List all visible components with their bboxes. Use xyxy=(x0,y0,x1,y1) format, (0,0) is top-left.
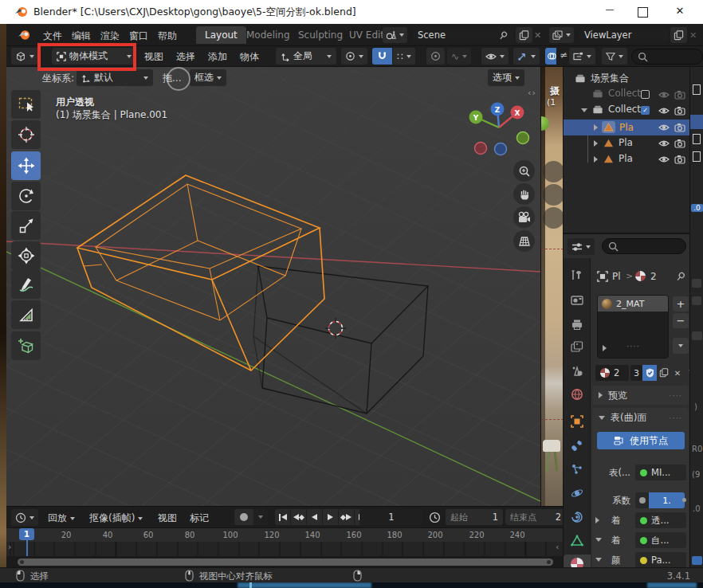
outliner-row-object-active[interactable]: Pla xyxy=(602,121,634,133)
navigation-gizmo[interactable]: Y Z X xyxy=(453,96,540,167)
tab-particles[interactable] xyxy=(571,463,583,476)
region-collapse-icon[interactable]: ‹› xyxy=(528,88,536,98)
transform-orientation-dropdown[interactable]: 全局 xyxy=(276,48,336,65)
scrollbar-thumb[interactable] xyxy=(18,559,553,566)
view-layer-new-button[interactable] xyxy=(670,27,687,43)
menu-select[interactable]: 选择 xyxy=(176,50,195,64)
collection-checkbox-checked[interactable]: ✓ xyxy=(641,106,650,115)
slot-specials-button[interactable] xyxy=(673,338,689,354)
strip-zoom-button[interactable] xyxy=(543,161,563,182)
slot-list-grip[interactable]: ···· xyxy=(626,342,640,351)
shader1-dropdown[interactable]: 透... xyxy=(635,512,686,528)
playhead-line[interactable] xyxy=(26,539,28,558)
panel-grip[interactable]: ···· xyxy=(669,414,682,422)
outliner-filter-dropdown[interactable] xyxy=(602,48,627,65)
fake-user-button[interactable] xyxy=(642,365,657,381)
timeline-lanes[interactable] xyxy=(6,542,563,556)
camera-view-button[interactable] xyxy=(513,206,535,228)
menu-object[interactable]: 物体 xyxy=(240,50,259,64)
use-preview-range-button[interactable] xyxy=(429,512,441,523)
blender-menu-icon[interactable] xyxy=(18,29,31,41)
cursor-tool[interactable] xyxy=(11,120,41,149)
outliner-row-collection-disabled[interactable]: Collect xyxy=(592,88,641,99)
scene-type-button[interactable] xyxy=(383,27,407,43)
tab-modifiers[interactable] xyxy=(571,439,583,452)
factor-value-slider[interactable]: 1. xyxy=(649,492,685,508)
minimize-button[interactable]: — xyxy=(596,4,623,14)
hide-eye-icon[interactable] xyxy=(658,155,670,164)
viewport-camera-strip[interactable]: 摄 (1 xyxy=(540,67,563,506)
scene-unlink-button[interactable]: ✕ xyxy=(534,30,541,41)
region-arrow-left[interactable]: › xyxy=(8,542,11,552)
scrollbar-end-dot[interactable] xyxy=(20,560,24,564)
outliner-row-scene-collection[interactable]: 场景集合 xyxy=(575,72,629,85)
material-browse-button[interactable]: 2 xyxy=(595,365,629,381)
slot-add-button[interactable]: + xyxy=(673,296,689,312)
disclosure-closed-icon[interactable] xyxy=(594,140,598,147)
menu-window[interactable]: 窗口 xyxy=(129,29,148,43)
menu-timeline-view[interactable]: 视图 xyxy=(158,512,177,525)
hide-eye-icon[interactable] xyxy=(658,106,670,116)
record-button[interactable] xyxy=(234,509,253,525)
pan-hand-button[interactable] xyxy=(513,183,535,205)
slot-list-expand-icon[interactable] xyxy=(603,345,607,351)
hide-eye-icon[interactable] xyxy=(658,123,670,132)
outliner-row-object[interactable]: Pla xyxy=(603,137,633,148)
overlays-toggle-button[interactable] xyxy=(545,48,556,65)
zoom-button[interactable] xyxy=(513,160,535,182)
current-frame-field[interactable]: 1 xyxy=(359,509,423,525)
animate-dot-icon[interactable] xyxy=(682,498,686,502)
add-cube-tool[interactable] xyxy=(11,331,41,360)
surface-shader-dropdown[interactable]: MI... xyxy=(635,465,686,480)
outliner-row-object[interactable]: Pla xyxy=(603,153,633,164)
row-expanded-icon[interactable] xyxy=(595,558,602,562)
render-camera-icon[interactable] xyxy=(674,105,685,116)
tab-uv-edit[interactable]: UV Edit xyxy=(349,29,384,41)
tab-physics[interactable] xyxy=(571,487,583,500)
tab-view-layer[interactable] xyxy=(571,341,583,352)
tab-constraints[interactable] xyxy=(571,511,583,523)
close-button[interactable]: ✕ xyxy=(666,5,693,17)
timeline-ruler[interactable]: 20 40 60 80 100 120 140 160 180 200 220 … xyxy=(6,527,563,542)
maximize-button[interactable] xyxy=(638,7,648,18)
outliner-row-collection[interactable]: Collect xyxy=(592,104,641,115)
collection-checkbox-unchecked[interactable] xyxy=(641,90,650,99)
jump-to-start-button[interactable] xyxy=(275,509,290,525)
render-camera-icon[interactable] xyxy=(674,138,685,149)
pin-icon[interactable] xyxy=(673,269,689,284)
ortho-grid-button[interactable] xyxy=(513,230,535,252)
use-nodes-button[interactable]: 使用节点 xyxy=(597,432,685,449)
scene-name-field[interactable]: Scene xyxy=(413,27,513,43)
view-layer-type-button[interactable] xyxy=(549,27,574,43)
snap-to-dropdown[interactable]: ∷ xyxy=(393,48,415,65)
tab-world[interactable] xyxy=(571,388,583,401)
tab-output[interactable] xyxy=(571,319,583,330)
shader2-dropdown[interactable]: 自... xyxy=(635,532,686,548)
disclosure-open-icon[interactable] xyxy=(581,108,587,112)
menu-marker[interactable]: 标记 xyxy=(190,512,209,525)
tab-object[interactable] xyxy=(571,415,583,428)
tab-layout[interactable]: Layout xyxy=(196,26,246,44)
viewport-3d[interactable]: 坐标系: 默认 拖... 框选 选项 用户透视 (1) 场景集合 | Plane… xyxy=(6,67,540,506)
breadcrumb-material[interactable]: 2 xyxy=(650,271,657,282)
panel-preview-header[interactable]: 预览 ···· xyxy=(592,386,689,405)
strip-camera-button[interactable] xyxy=(543,207,563,229)
editor-type-button[interactable] xyxy=(11,48,38,65)
breadcrumb-object[interactable]: Pl xyxy=(612,271,621,282)
snap-toggle-button[interactable] xyxy=(372,48,392,65)
overlays-dropdown[interactable] xyxy=(513,48,540,65)
menu-render[interactable]: 渲染 xyxy=(100,29,120,43)
menu-edit[interactable]: 编辑 xyxy=(72,29,91,43)
select-box-tool[interactable] xyxy=(11,90,41,119)
new-material-button[interactable] xyxy=(657,365,671,381)
hide-eye-icon[interactable] xyxy=(658,139,670,148)
render-camera-icon[interactable] xyxy=(674,122,685,133)
panel-surface-header[interactable]: 表(曲)面 ···· xyxy=(592,408,689,427)
row-collapsed-icon[interactable] xyxy=(595,517,599,523)
row-expanded-icon[interactable] xyxy=(595,538,602,542)
prev-keyframe-button[interactable] xyxy=(291,509,306,525)
tab-render[interactable] xyxy=(571,295,583,306)
outliner-display-mode-dropdown[interactable] xyxy=(569,48,595,65)
timeline-editor-type-button[interactable] xyxy=(11,509,38,526)
transform-tool[interactable] xyxy=(11,241,41,270)
